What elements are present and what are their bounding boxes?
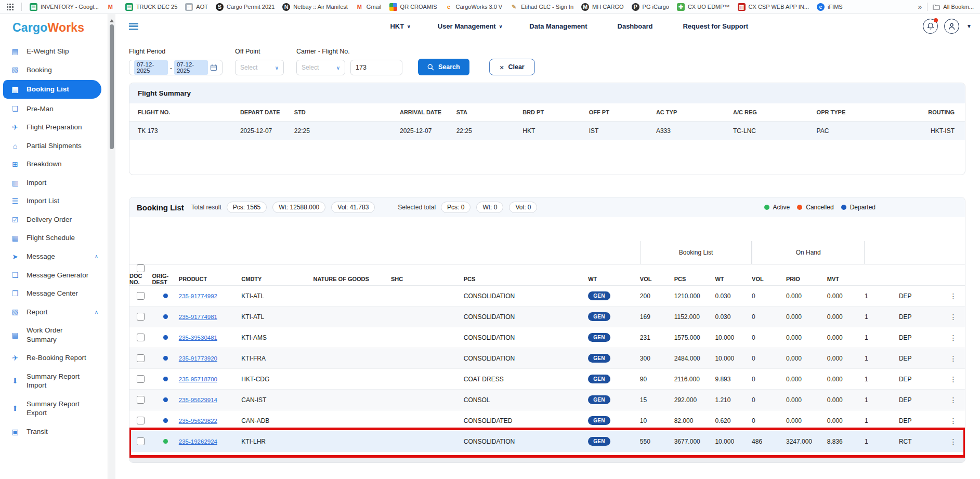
hamburger-menu-icon[interactable]	[129, 23, 138, 30]
sidebar-item[interactable]: ▥ Import	[0, 174, 108, 192]
all-bookmarks-label: All Bookm...	[943, 4, 974, 10]
doc-link[interactable]: 235-95629822	[179, 418, 242, 424]
bookmark-item[interactable]: S Cargo Permit 2021	[216, 3, 275, 11]
sidebar-item[interactable]: ❑ Message Generator	[0, 266, 108, 285]
row-checkbox[interactable]	[137, 354, 145, 362]
sidebar-item[interactable]: ▤ Work Order Summary	[0, 321, 108, 349]
row-actions-kebab-icon[interactable]: ⋮	[942, 292, 965, 300]
row-checkbox[interactable]	[137, 437, 145, 445]
bookmark-item[interactable]: M	[107, 3, 117, 11]
flight-no-input[interactable]	[350, 60, 402, 75]
carrier-select[interactable]: Select ∨	[296, 60, 345, 75]
logo-part-cargo: Cargo	[12, 21, 47, 34]
off-point-select[interactable]: Select ∨	[235, 60, 284, 75]
row-actions-kebab-icon[interactable]: ⋮	[942, 437, 965, 446]
bookmark-item[interactable]: QR CROAMIS	[389, 3, 437, 11]
row-checkbox[interactable]	[137, 417, 145, 424]
sidebar-item[interactable]: ▤ Booking List	[3, 80, 101, 99]
cell-pcs: 300	[640, 355, 674, 362]
calendar-icon[interactable]	[210, 64, 217, 71]
row-actions-kebab-icon[interactable]: ⋮	[942, 313, 965, 321]
notifications-button[interactable]	[923, 19, 938, 34]
bookmark-favicon: N	[282, 3, 290, 11]
sidebar-item[interactable]: ▧ Booking	[0, 61, 108, 79]
bookmark-item[interactable]: ▥ CX CSP WEB APP IN...	[738, 3, 809, 11]
row-checkbox[interactable]	[137, 313, 145, 321]
bookmark-item[interactable]: M MH CARGO	[581, 3, 624, 11]
bookmark-item[interactable]: N Netbay :: Air Manifest	[282, 3, 348, 11]
clear-button[interactable]: × Clear	[489, 59, 535, 75]
nav-item[interactable]: Request for Support	[683, 22, 751, 30]
sidebar-item[interactable]: ✈ Re-Booking Report	[0, 349, 108, 367]
table-row[interactable]: 235-91774992 KTI-ATL CONSOLIDATION GEN 2…	[129, 286, 965, 307]
user-avatar[interactable]	[944, 19, 959, 34]
nav-item[interactable]: HKT ∨	[390, 22, 410, 30]
sidebar-item[interactable]: ▣ Transit	[0, 422, 108, 441]
table-row[interactable]: 235-91774981 KTI-ATL CONSOLIDATION GEN 1…	[129, 307, 965, 327]
bookmark-favicon: S	[216, 3, 224, 11]
date-to-chip[interactable]: 07-12-2025	[174, 60, 208, 75]
sidebar-item[interactable]: ☑ Delivery Order	[0, 210, 108, 229]
sidebar-item[interactable]: ✈ Flight Preparation	[0, 118, 108, 137]
sidebar-item[interactable]: ➤ Message ∧	[0, 247, 108, 266]
row-actions-kebab-icon[interactable]: ⋮	[942, 334, 965, 342]
sidebar-item[interactable]: ⌂ Partial Shipments	[0, 137, 108, 155]
scrollbar-up-arrow[interactable]	[110, 17, 114, 22]
row-checkbox[interactable]	[137, 375, 145, 383]
column-header: MVT	[827, 276, 865, 282]
sidebar-item[interactable]: ▤ E-Weight Slip	[0, 42, 108, 61]
row-actions-kebab-icon[interactable]: ⋮	[942, 417, 965, 425]
bookmark-item[interactable]: ✎ Etihad GLC - Sign In	[510, 3, 573, 11]
sidebar-item[interactable]: ⊞ Breakdown	[0, 155, 108, 174]
bookmarks-overflow-chevron[interactable]: »	[918, 3, 922, 11]
sidebar-scrollbar[interactable]	[108, 14, 115, 479]
row-checkbox[interactable]	[137, 292, 145, 300]
nav-item[interactable]: User Management ∨	[438, 22, 503, 30]
doc-link[interactable]: 235-95629914	[179, 397, 242, 403]
row-actions-kebab-icon[interactable]: ⋮	[942, 354, 965, 363]
user-menu-caret[interactable]: ▼	[966, 23, 972, 29]
sidebar-item[interactable]: ⬇ Summary Report Import	[0, 367, 108, 395]
scrollbar-thumb[interactable]	[110, 24, 114, 149]
sidebar-item[interactable]: ❏ Pre-Man	[0, 100, 108, 118]
doc-link[interactable]: 235-39530481	[179, 335, 242, 341]
table-row[interactable]: 235-95629914 CAN-IST CONSOL GEN 15 292.0…	[129, 390, 965, 410]
flight-summary-row[interactable]: TK 1732025-12-0722:252025-12-0722:25HKTI…	[129, 121, 965, 140]
row-checkbox[interactable]	[137, 334, 145, 341]
search-button[interactable]: Search	[418, 59, 469, 75]
doc-link[interactable]: 235-91774981	[179, 314, 242, 320]
table-row[interactable]: 235-95718700 HKT-CDG COAT DRESS GEN 90 2…	[129, 369, 965, 390]
doc-link[interactable]: 235-19262924	[179, 438, 242, 445]
bookmark-item[interactable]: c CargoWorks 3.0 V	[445, 3, 502, 11]
table-row[interactable]: 235-39530481 KTI-AMS CONSOLIDATION GEN 2…	[129, 327, 965, 348]
bookmark-item[interactable]: M Gmail	[356, 3, 382, 11]
all-bookmarks-button[interactable]: All Bookm...	[933, 4, 974, 10]
bookmark-item[interactable]: ▤ INVENTORY - Googl...	[30, 3, 99, 11]
doc-link[interactable]: 235-91773920	[179, 355, 242, 362]
row-actions-kebab-icon[interactable]: ⋮	[942, 375, 965, 383]
sidebar-item[interactable]: ☰ Import List	[0, 192, 108, 210]
nav-item[interactable]: Data Management	[529, 22, 590, 30]
bookmark-item[interactable]: ▤ TRUCK DEC 25	[125, 3, 177, 11]
doc-link[interactable]: 235-91774992	[179, 293, 242, 299]
table-row[interactable]: 235-95629822 CAN-ADB CONSOLIDATED GEN 10…	[129, 410, 965, 431]
row-actions-kebab-icon[interactable]: ⋮	[942, 396, 965, 404]
row-checkbox[interactable]	[137, 396, 145, 404]
apps-grid-icon[interactable]	[6, 3, 14, 10]
table-row[interactable]: 235-91773920 KTI-FRA CONSOLIDATION GEN 3…	[129, 348, 965, 369]
sidebar-item[interactable]: ▧ Report ∧	[0, 303, 108, 322]
bookmark-item[interactable]: ✚ CX UO EDMP™	[677, 3, 730, 11]
sidebar-item[interactable]: ❒ Message Center	[0, 284, 108, 303]
date-from-chip[interactable]: 07-12-2025	[134, 60, 168, 75]
nav-item[interactable]: Dashboard	[618, 22, 656, 30]
sidebar-item[interactable]: ▦ Flight Schedule	[0, 229, 108, 247]
bookmark-item[interactable]: ▦ AOT	[185, 3, 208, 11]
bookmark-item[interactable]: e iFIMS	[817, 3, 843, 11]
date-range-input[interactable]: 07-12-2025 - 07-12-2025	[129, 60, 223, 75]
table-row[interactable]: 235-19262924 KTI-LHR CONSOLIDATION GEN 5…	[129, 431, 965, 452]
horizontal-scrollbar[interactable]	[129, 455, 965, 462]
header-checkbox[interactable]	[137, 264, 145, 272]
bookmark-item[interactable]: P PG iCargo	[632, 3, 669, 11]
sidebar-item[interactable]: ⬆ Summary Report Export	[0, 395, 108, 422]
doc-link[interactable]: 235-95718700	[179, 376, 242, 382]
